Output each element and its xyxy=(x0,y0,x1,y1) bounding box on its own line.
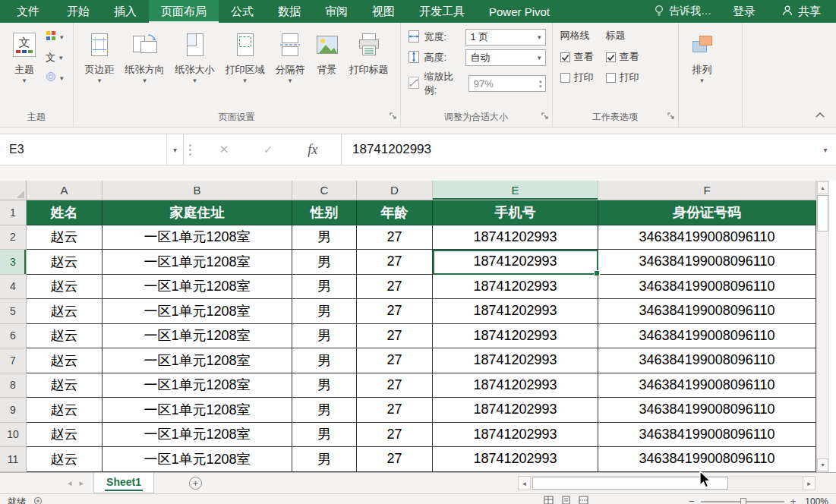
cell-B8[interactable]: 一区1单元1208室 xyxy=(103,373,292,398)
headings-print-checkbox[interactable]: 打印 xyxy=(606,71,639,84)
height-select[interactable]: 自动 ▾ xyxy=(465,49,546,66)
cell-E5[interactable]: 18741202993 xyxy=(433,299,598,324)
row-header-11[interactable]: 11 xyxy=(0,447,27,472)
cell-D2[interactable]: 27 xyxy=(357,225,433,250)
theme-effects-button[interactable]: ▾ xyxy=(43,70,67,87)
column-header-F[interactable]: F xyxy=(598,181,816,200)
cell-A1[interactable]: 姓名 xyxy=(27,200,103,225)
cell-A7[interactable]: 赵云 xyxy=(27,348,103,373)
scroll-up-icon[interactable]: ▴ xyxy=(817,181,828,194)
cell-C4[interactable]: 男 xyxy=(292,275,357,300)
tab-insert[interactable]: 插入 xyxy=(102,0,149,23)
vertical-scroll-thumb[interactable] xyxy=(817,195,828,232)
cell-F3[interactable]: 346384199008096110 xyxy=(598,250,816,275)
cell-E3[interactable]: 18741202993 xyxy=(433,250,598,275)
headings-view-checkbox[interactable]: 查看 xyxy=(606,50,639,64)
formula-bar-expand-icon[interactable]: ▾ xyxy=(815,134,836,165)
cell-C6[interactable]: 男 xyxy=(292,324,357,349)
row-header-5[interactable]: 5 xyxy=(0,299,27,324)
print-titles-button[interactable]: 打印标题 xyxy=(344,26,394,110)
scale-input[interactable]: 97% ▴▾ xyxy=(468,75,546,92)
spinner-icon[interactable]: ▴▾ xyxy=(539,78,544,89)
cell-F5[interactable]: 346384199008096110 xyxy=(598,299,816,324)
page-layout-view-button[interactable] xyxy=(561,496,571,504)
background-button[interactable]: 背景 xyxy=(311,26,344,110)
cell-B11[interactable]: 一区1单元1208室 xyxy=(103,447,292,472)
cell-A3[interactable]: 赵云 xyxy=(27,250,103,275)
cell-E10[interactable]: 18741202993 xyxy=(433,423,598,448)
cell-B1[interactable]: 家庭住址 xyxy=(103,200,292,225)
column-header-D[interactable]: D xyxy=(357,181,433,200)
formula-input[interactable]: 18741202993 xyxy=(342,134,815,165)
sign-in-button[interactable]: 登录 xyxy=(733,5,756,19)
cell-D3[interactable]: 27 xyxy=(357,250,433,275)
row-header-7[interactable]: 7 xyxy=(0,348,27,373)
scroll-down-icon[interactable]: ▾ xyxy=(817,458,828,471)
row-header-9[interactable]: 9 xyxy=(0,398,27,423)
zoom-level[interactable]: 100% xyxy=(805,496,828,504)
cell-B9[interactable]: 一区1单元1208室 xyxy=(103,398,292,423)
column-header-C[interactable]: C xyxy=(292,181,357,200)
formula-bar-splitter[interactable] xyxy=(184,134,196,165)
cell-A8[interactable]: 赵云 xyxy=(27,373,103,398)
cell-C5[interactable]: 男 xyxy=(292,299,357,324)
cell-B10[interactable]: 一区1单元1208室 xyxy=(103,423,292,448)
row-header-4[interactable]: 4 xyxy=(0,275,27,300)
insert-function-button[interactable]: fx xyxy=(308,142,317,158)
row-header-10[interactable]: 10 xyxy=(0,423,27,448)
normal-view-button[interactable] xyxy=(544,496,554,504)
row-header-6[interactable]: 6 xyxy=(0,324,27,349)
cell-D8[interactable]: 27 xyxy=(357,373,433,398)
cell-E7[interactable]: 18741202993 xyxy=(433,348,598,373)
cell-C1[interactable]: 性别 xyxy=(292,200,357,225)
cell-B5[interactable]: 一区1单元1208室 xyxy=(103,299,292,324)
cell-E2[interactable]: 18741202993 xyxy=(433,225,598,250)
tab-home[interactable]: 开始 xyxy=(55,0,102,23)
cell-C3[interactable]: 男 xyxy=(292,250,357,275)
theme-fonts-button[interactable]: 文 ▾ xyxy=(43,49,67,66)
cell-F10[interactable]: 346384199008096110 xyxy=(598,423,816,448)
row-header-3[interactable]: 3 xyxy=(0,250,27,275)
orientation-button[interactable]: 纸张方向 ▾ xyxy=(120,26,170,110)
cell-A6[interactable]: 赵云 xyxy=(27,324,103,349)
cell-A9[interactable]: 赵云 xyxy=(27,398,103,423)
column-header-A[interactable]: A xyxy=(27,181,103,200)
vertical-scrollbar[interactable]: ▴ ▾ xyxy=(816,181,829,472)
tab-developer[interactable]: 开发工具 xyxy=(407,0,477,23)
tab-review[interactable]: 审阅 xyxy=(313,0,360,23)
cell-E4[interactable]: 18741202993 xyxy=(433,275,598,300)
row-header-8[interactable]: 8 xyxy=(0,373,27,398)
new-sheet-button[interactable]: + xyxy=(189,477,202,490)
cell-A2[interactable]: 赵云 xyxy=(27,225,103,250)
margins-button[interactable]: 页边距 ▾ xyxy=(80,26,120,110)
cell-B3[interactable]: 一区1单元1208室 xyxy=(103,250,292,275)
cell-F4[interactable]: 346384199008096110 xyxy=(598,275,816,300)
scroll-right-icon[interactable]: ▸ xyxy=(803,476,815,490)
cell-A11[interactable]: 赵云 xyxy=(27,447,103,472)
tab-power-pivot[interactable]: Power Pivot xyxy=(477,0,562,23)
zoom-out-button[interactable]: − xyxy=(689,497,695,504)
tab-data[interactable]: 数据 xyxy=(266,0,313,23)
cell-B2[interactable]: 一区1单元1208室 xyxy=(103,225,292,250)
macro-record-icon[interactable] xyxy=(33,496,43,504)
cell-B7[interactable]: 一区1单元1208室 xyxy=(103,348,292,373)
cell-D4[interactable]: 27 xyxy=(357,275,433,300)
zoom-in-button[interactable]: + xyxy=(790,497,797,504)
cell-D10[interactable]: 27 xyxy=(357,423,433,448)
horizontal-scrollbar[interactable]: ◂ ▸ xyxy=(518,476,815,490)
gridlines-view-checkbox[interactable]: 查看 xyxy=(560,50,594,64)
cell-F8[interactable]: 346384199008096110 xyxy=(598,373,816,398)
cell-D5[interactable]: 27 xyxy=(357,299,433,324)
row-header-2[interactable]: 2 xyxy=(0,225,27,250)
cell-C9[interactable]: 男 xyxy=(292,398,357,423)
select-all-corner[interactable] xyxy=(0,181,27,200)
cell-E8[interactable]: 18741202993 xyxy=(433,373,598,398)
name-box[interactable]: E3 ▾ xyxy=(0,134,184,165)
sheet-nav-right-icon[interactable]: ▸ xyxy=(76,478,88,488)
cell-F2[interactable]: 346384199008096110 xyxy=(598,225,816,250)
sheet-nav-left-icon[interactable]: ◂ xyxy=(64,478,76,488)
cell-B4[interactable]: 一区1单元1208室 xyxy=(103,275,292,300)
dialog-launcher-icon[interactable] xyxy=(667,109,675,123)
cell-C7[interactable]: 男 xyxy=(292,348,357,373)
tab-file[interactable]: 文件 xyxy=(2,0,55,23)
